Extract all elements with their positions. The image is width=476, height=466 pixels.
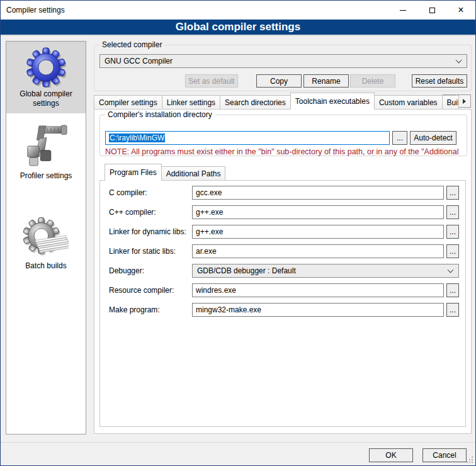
tab-linker-settings[interactable]: Linker settings	[162, 95, 220, 109]
cancel-label: Cancel	[433, 451, 456, 460]
set-as-default-label: Set as default	[188, 77, 234, 86]
tab-compiler-settings[interactable]: Compiler settings	[94, 95, 162, 109]
compiler-select[interactable]: GNU GCC Compiler	[99, 54, 467, 68]
installation-directory-value: C:\raylib\MinGW	[109, 134, 165, 142]
make-program-label: Make program:	[109, 303, 160, 317]
cpp-compiler-label: C++ compiler:	[109, 205, 156, 219]
rename-button[interactable]: Rename	[303, 74, 349, 88]
tab-toolchain-executables[interactable]: Toolchain executables	[290, 93, 375, 110]
gray-gear-stack-icon	[23, 215, 69, 259]
browse-ellipsis-label: ...	[450, 208, 456, 217]
resource-compiler-input[interactable]: windres.exe	[192, 283, 444, 297]
reset-defaults-label: Reset defaults	[416, 77, 464, 86]
browse-ellipsis-label: ...	[450, 247, 456, 256]
c-compiler-label: C compiler:	[109, 186, 147, 200]
tab-scroll-right-button[interactable]	[457, 94, 471, 108]
title-bar[interactable]: Compiler settings ×	[1, 1, 475, 20]
installation-directory-browse-button[interactable]: ...	[392, 131, 407, 145]
linker-dynamic-browse-button[interactable]: ...	[446, 225, 459, 239]
linker-static-label: Linker for static libs:	[109, 244, 176, 258]
window-title: Compiler settings	[6, 6, 65, 14]
installation-directory-legend: Compiler's installation directory	[105, 110, 215, 119]
c-compiler-input[interactable]: gcc.exe	[192, 186, 444, 200]
rename-label: Rename	[312, 77, 340, 86]
main-tabbar: Compiler settings Linker settings Search…	[94, 93, 458, 110]
selected-compiler-group: Selected compiler GNU GCC Compiler Set a…	[94, 45, 472, 91]
sidebar-item-label: Batch builds	[8, 261, 84, 271]
ok-button[interactable]: OK	[369, 448, 413, 462]
compiler-select-value: GNU GCC Compiler	[105, 57, 173, 65]
debugger-select-value: GDB/CDB debugger : Default	[197, 266, 296, 275]
debugger-select[interactable]: GDB/CDB debugger : Default	[192, 264, 459, 278]
set-as-default-button[interactable]: Set as default	[185, 74, 238, 88]
tab-search-directories[interactable]: Search directories	[220, 95, 291, 109]
settings-category-list: Global compiler settings	[6, 41, 86, 435]
resize-grip[interactable]	[467, 457, 473, 463]
tab-custom-variables[interactable]: Custom variables	[374, 95, 443, 109]
make-program-browse-button[interactable]: ...	[446, 303, 459, 317]
resource-compiler-label: Resource compiler:	[109, 283, 174, 297]
cancel-button[interactable]: Cancel	[422, 448, 467, 462]
reset-defaults-button[interactable]: Reset defaults	[412, 74, 467, 88]
auto-detect-button[interactable]: Auto-detect	[410, 131, 456, 145]
caliper-icon	[24, 123, 68, 169]
programs-tabbar: Program Files Additional Paths	[105, 164, 225, 181]
linker-dynamic-label: Linker for dynamic libs:	[109, 225, 186, 239]
delete-label: Delete	[362, 77, 384, 86]
copy-label: Copy	[270, 77, 288, 86]
debugger-label: Debugger:	[109, 264, 144, 278]
program-files-panel: C compiler: gcc.exe ... C++ compiler: g+…	[99, 180, 466, 427]
browse-ellipsis-label: ...	[450, 305, 456, 314]
window-controls: ×	[388, 1, 475, 20]
sidebar-item-global-compiler-settings[interactable]: Global compiler settings	[6, 42, 86, 113]
compiler-settings-dialog: Compiler settings × Global compiler sett…	[0, 0, 476, 466]
chevron-down-icon	[456, 57, 462, 64]
cpp-compiler-input[interactable]: g++.exe	[192, 205, 444, 219]
ok-label: OK	[385, 451, 396, 460]
sidebar-item-profiler-settings[interactable]: Profiler settings	[6, 117, 86, 186]
cpp-compiler-browse-button[interactable]: ...	[446, 205, 459, 219]
auto-detect-label: Auto-detect	[414, 134, 452, 142]
minimize-button[interactable]	[388, 1, 417, 20]
browse-ellipsis-label: ...	[450, 188, 456, 197]
sidebar-item-label: Profiler settings	[8, 171, 84, 181]
close-button[interactable]: ×	[446, 1, 475, 20]
browse-ellipsis-label: ...	[450, 227, 456, 236]
installation-directory-group: Compiler's installation directory C:\ray…	[99, 115, 467, 156]
maximize-button[interactable]	[417, 1, 446, 20]
bin-subdirectory-note: NOTE: All programs must exist either in …	[105, 147, 464, 156]
arrow-right-icon	[463, 99, 466, 104]
sidebar-item-batch-builds[interactable]: Batch builds	[6, 210, 86, 276]
resource-compiler-browse-button[interactable]: ...	[446, 283, 459, 297]
banner-title: Global compiler settings	[176, 21, 300, 33]
sidebar-item-label: Global compiler settings	[8, 89, 84, 108]
maximize-icon	[429, 8, 435, 13]
tab-program-files[interactable]: Program Files	[105, 164, 162, 181]
linker-static-input[interactable]: ar.exe	[192, 244, 444, 258]
footer-divider	[1, 442, 475, 443]
delete-button[interactable]: Delete	[350, 74, 395, 88]
make-program-input[interactable]: mingw32-make.exe	[192, 303, 444, 317]
selected-compiler-legend: Selected compiler	[99, 40, 164, 49]
blue-gear-icon	[26, 47, 66, 88]
chevron-down-icon	[448, 267, 454, 273]
tab-build-options[interactable]: Build options	[442, 95, 459, 109]
linker-static-browse-button[interactable]: ...	[446, 244, 459, 258]
close-icon: ×	[458, 7, 463, 13]
toolchain-executables-panel: Compiler's installation directory C:\ray…	[94, 109, 472, 434]
copy-button[interactable]: Copy	[256, 74, 302, 88]
linker-dynamic-input[interactable]: g++.exe	[192, 225, 444, 239]
c-compiler-browse-button[interactable]: ...	[446, 186, 459, 200]
minimize-icon	[400, 10, 406, 11]
dialog-banner: Global compiler settings	[1, 20, 475, 36]
browse-ellipsis-label: ...	[450, 286, 456, 295]
browse-ellipsis-label: ...	[397, 134, 403, 142]
tab-additional-paths[interactable]: Additional Paths	[161, 166, 226, 180]
installation-directory-input[interactable]: C:\raylib\MinGW	[105, 131, 390, 145]
